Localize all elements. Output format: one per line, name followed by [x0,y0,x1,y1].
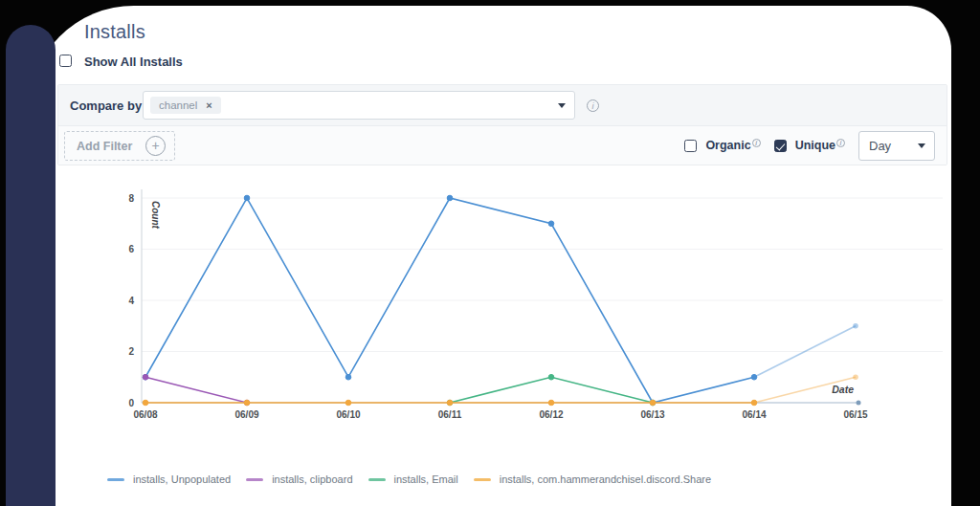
unique-toggle[interactable]: Uniquei [774,139,845,152]
x-tick-label: 06/14 [742,409,766,420]
y-axis-title: Count [150,201,161,230]
unique-checkbox[interactable] [774,140,787,152]
organic-checkbox[interactable] [684,140,697,152]
show-all-installs-label: Show All Installs [84,55,183,69]
page: Installs Show All Installs Compare by ch… [0,0,980,506]
data-point-incomplete-installs-com-hammerandchisel-discord-share[interactable] [853,374,858,380]
unique-info-icon[interactable]: i [836,139,845,147]
organic-info-icon[interactable]: i [752,139,761,147]
y-tick-label: 0 [128,398,134,408]
legend-item-installs-clipboard[interactable]: installs, clipboard [246,473,352,485]
x-axis-title: Date [832,384,854,395]
data-point-installs-com-hammerandchisel-discord-share[interactable] [548,400,554,406]
compare-tag-channel: channel × [150,97,221,114]
page-title: Installs [84,21,145,43]
x-tick-label: 06/15 [843,409,867,420]
data-point-incomplete-installs-unpopulated[interactable] [853,323,858,329]
data-point-installs-com-hammerandchisel-discord-share[interactable] [751,400,757,406]
chevron-down-icon [918,143,925,148]
data-point-installs-unpopulated[interactable] [751,374,757,380]
compare-by-select[interactable]: channel × [143,91,575,120]
y-tick-label: 2 [128,346,134,357]
data-point-installs-com-hammerandchisel-discord-share[interactable] [345,400,351,406]
series-line-installs-unpopulated [145,198,754,403]
y-tick-label: 8 [128,193,134,204]
organic-label: Organici [705,139,760,152]
data-point-installs-email[interactable] [650,400,656,406]
show-all-installs-checkbox[interactable] [59,55,72,67]
legend-label: installs, com.hammerandchisel.discord.Sh… [500,473,711,485]
legend-label: installs, clipboard [272,473,352,485]
data-point-installs-com-hammerandchisel-discord-share[interactable] [143,400,148,406]
interval-value: Day [869,139,891,153]
data-point-installs-unpopulated[interactable] [650,400,656,406]
data-point-installs-unpopulated[interactable] [548,221,554,227]
interval-dropdown[interactable]: Day [858,131,935,161]
data-point-installs-unpopulated[interactable] [244,195,250,201]
x-tick-label: 06/08 [133,409,157,420]
x-tick-label: 06/09 [234,409,258,420]
data-point-installs-email[interactable] [548,374,554,380]
tag-remove-icon[interactable]: × [206,99,212,111]
data-point-installs-email[interactable] [447,400,453,406]
x-tick-label: 06/11 [438,409,462,420]
series-line-installs-clipboard [145,377,247,403]
installs-chart: 0246806/0806/0906/1006/1106/1206/1306/14… [0,0,980,506]
legend-item-installs-unpopulated[interactable]: installs, Unpopulated [107,473,231,485]
legend-label: installs, Unpopulated [133,473,231,485]
compare-tag-text: channel [159,99,197,111]
data-point-installs-com-hammerandchisel-discord-share[interactable] [447,400,453,406]
data-point-installs-clipboard[interactable] [244,400,250,406]
legend-swatch [368,478,386,481]
filter-row: Add Filter + Organici Uniquei Day [58,126,947,165]
y-tick-label: 4 [128,296,134,306]
legend-swatch [107,478,124,481]
filter-panel: Compare by channel × i Add Filter + [57,84,947,165]
series-line-installs-email [450,377,653,403]
chart-legend: installs, Unpopulatedinstalls, clipboard… [107,473,711,485]
x-tick-label: 06/12 [539,409,563,420]
data-point-installs-clipboard[interactable] [143,374,148,380]
compare-info-icon[interactable]: i [587,99,599,112]
data-point-installs-com-hammerandchisel-discord-share[interactable] [650,400,656,406]
unique-label: Uniquei [795,139,845,152]
data-point-installs-unpopulated[interactable] [447,195,453,201]
x-axis-end-dot [857,401,861,406]
toggle-group: Organici Uniquei Day [684,126,935,165]
y-tick-label: 6 [128,244,134,254]
x-tick-label: 06/10 [336,409,360,420]
series-line-incomplete-installs-com-hammerandchisel-discord-share [754,377,856,403]
organic-toggle[interactable]: Organici [684,139,760,152]
legend-swatch [246,478,263,481]
dashboard-content: Installs Show All Installs Compare by ch… [0,0,980,506]
data-point-installs-unpopulated[interactable] [345,374,351,380]
legend-label: installs, Email [394,473,458,485]
chevron-down-icon [558,103,566,108]
series-line-incomplete-installs-unpopulated [754,326,856,378]
add-filter-label: Add Filter [77,140,132,153]
plus-icon: + [145,136,166,156]
legend-item-installs-com-hammerandchisel-discord-share[interactable]: installs, com.hammerandchisel.discord.Sh… [474,473,711,485]
x-tick-label: 06/13 [640,409,664,420]
data-point-installs-com-hammerandchisel-discord-share[interactable] [244,400,250,406]
legend-swatch [474,478,491,481]
add-filter-button[interactable]: Add Filter + [64,131,175,161]
legend-item-installs-email[interactable]: installs, Email [368,473,458,485]
compare-by-label: Compare by [70,99,142,113]
compare-by-row: Compare by channel × i [58,85,947,126]
data-point-installs-unpopulated[interactable] [143,374,148,380]
